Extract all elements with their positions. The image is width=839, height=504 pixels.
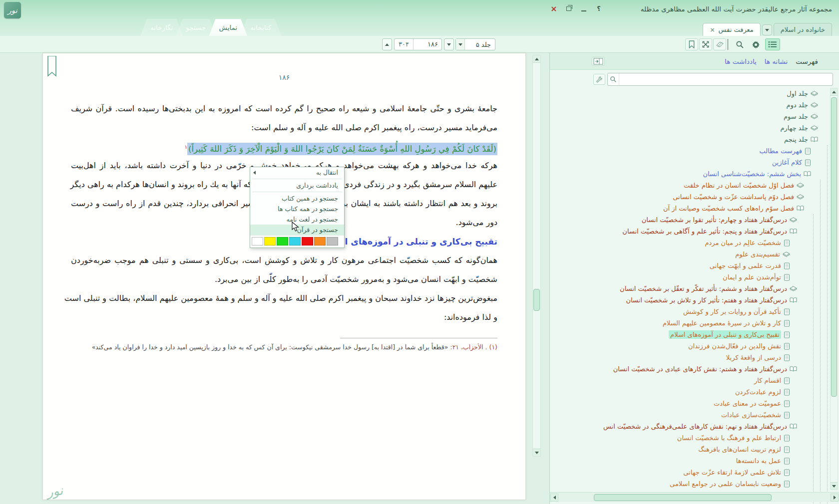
close-button[interactable]: × — [549, 4, 558, 13]
sidebar-tab-notes[interactable]: یادداشت ها — [725, 57, 757, 65]
tree-item[interactable]: درس‌گفتار هفتاد و پنجم: تأثیر علم و آگاه… — [550, 226, 826, 237]
menu-item-search-this-book[interactable]: جستجو در همین کتاب — [250, 193, 344, 204]
tree-item[interactable]: جلد چهارم — [550, 122, 826, 134]
tree-item-label: وضعیت نابسامان علمی در جوامع اسلامی — [670, 480, 781, 488]
tree-item[interactable]: بخش ششم: شخصیّت‌شناسی انسان — [550, 168, 826, 180]
sidebar-scroll-up-button[interactable] — [831, 88, 838, 96]
tree-item[interactable]: فصل سوّم راه‌های کسب شخصیّت وصیانت از آن — [550, 203, 826, 214]
menu-separator — [252, 192, 342, 192]
sidebar-scrollbar-thumb[interactable] — [831, 97, 837, 397]
tree-item[interactable]: کار و تلاش در سیرۀ معصومین علیهم السلام — [550, 317, 826, 329]
sidebar-horizontal-scrollbar-thumb[interactable] — [594, 494, 772, 501]
sidebar-scroll-left-button[interactable] — [550, 494, 558, 502]
minimize-button[interactable] — [579, 4, 588, 13]
menu-item-take-note[interactable]: یادداشت برداری — [250, 180, 344, 191]
search-button[interactable] — [733, 38, 746, 50]
tree-item[interactable]: فصل اوّل شخصیّت انسان در نظام خلقت — [550, 180, 826, 191]
tree-item[interactable]: عمل به دانسته‌ها — [550, 455, 826, 467]
sidebar-tab-toc[interactable]: فهرست — [796, 57, 818, 65]
tab-gallery[interactable]: نگارخانه — [140, 19, 183, 36]
sidebar-scroll-down-button[interactable] — [831, 482, 838, 490]
color-swatch[interactable] — [264, 237, 276, 246]
publisher-signature-mark: نور — [46, 483, 64, 500]
tree-item[interactable]: نقش والدین در فعّال‌شدن فرزندان — [550, 340, 826, 352]
tree-item[interactable]: تقبیح بی‌کاری و تنبلی در آموزه‌های اسلام — [550, 329, 826, 340]
help-button[interactable]: ؟ — [594, 4, 603, 13]
content-scrollbar[interactable] — [532, 55, 541, 457]
tree-item[interactable]: اقسام کار — [550, 375, 826, 386]
tree-item[interactable]: تقسیم‌بندی علوم — [550, 249, 826, 260]
tree-item[interactable]: شخصیّت‌سازی عبادات — [550, 409, 826, 421]
sidebar-scrollbar[interactable] — [830, 88, 838, 490]
tree-item[interactable]: فصل دوّم پاسداشت عزّت و شخصیّت انسانی — [550, 191, 826, 203]
menu-item-move-to[interactable]: انتقال به — [250, 167, 344, 178]
fullscreen-button[interactable] — [699, 38, 712, 50]
tree-item[interactable]: درس‌گفتار هفتاد و چهارم: تأثیر تقوا بر ش… — [550, 214, 826, 226]
tree-item[interactable]: ارتباط علم و فرهنگ با شخصیّت انسان — [550, 432, 826, 444]
sidebar-search-box[interactable] — [607, 73, 833, 86]
collapse-panel-button[interactable] — [592, 57, 605, 66]
tree-item[interactable]: درس‌گفتار هفتاد و نهم: نقش کارهای علمی‌ف… — [550, 421, 826, 432]
tree-item[interactable]: تلاش علمی لازمۀ ارتقاء عزّت جهانی — [550, 467, 826, 478]
tree-item[interactable]: عمومیّت در معنای عبادت — [550, 398, 826, 409]
restore-button[interactable] — [564, 4, 573, 13]
settings-button[interactable] — [749, 38, 762, 50]
tree-item[interactable]: تأکید قرآن و روایات بر کار و کوشش — [550, 306, 826, 317]
page-down-button[interactable] — [444, 38, 454, 50]
content-scrollbar-thumb[interactable] — [533, 289, 540, 311]
search-options-button[interactable] — [593, 74, 605, 85]
page-down-icon — [447, 43, 451, 46]
tree-item[interactable]: وضعیت نابسامان علمی در جوامع اسلامی — [550, 478, 826, 490]
sidebar-scroll-right-button[interactable] — [831, 494, 839, 502]
tree-item[interactable]: درس‌گفتار هفتاد و هشتم: نقش کارهای عبادی… — [550, 363, 826, 375]
volume-dropdown-icon[interactable] — [456, 39, 465, 50]
tree-item[interactable]: جلد اول — [550, 88, 826, 99]
tree-item[interactable]: لزوم عبادت‌کردن — [550, 386, 826, 398]
color-swatch[interactable] — [277, 237, 288, 246]
logo-text: نور — [7, 6, 17, 15]
tree-item[interactable]: توأم‌شدن علم و ایمان — [550, 271, 826, 283]
color-swatch[interactable] — [314, 237, 326, 246]
volume-select[interactable]: جلد ۵ — [455, 38, 495, 50]
menu-item-search-all-books[interactable]: جستجو در همه کتاب ها — [250, 204, 344, 214]
sidebar-search-input[interactable] — [619, 73, 833, 85]
scroll-up-button[interactable] — [533, 55, 540, 63]
tree-item[interactable]: کلام آغازین — [550, 157, 826, 168]
color-swatch[interactable] — [302, 237, 313, 246]
close-tab-icon[interactable]: × — [710, 27, 715, 33]
color-swatch[interactable] — [289, 237, 301, 246]
tree-item[interactable]: شخصیّت عالِم در میان مردم — [550, 237, 826, 249]
page-up-button[interactable] — [382, 38, 392, 50]
tab-list-dropdown-button[interactable] — [762, 24, 772, 35]
doc-tab-family-in-islam[interactable]: خانواده در اسلام — [774, 23, 832, 36]
tree-item[interactable]: درس‌گفتار هفتاد و هفتم: تأثیر کار و تلاش… — [550, 294, 826, 306]
color-swatch[interactable] — [327, 237, 338, 246]
tree-item[interactable]: درس‌گفتار هفتاد و ششم: تأثیر تفکّر و تعق… — [550, 283, 826, 294]
color-swatch[interactable] — [252, 237, 263, 246]
page-icon — [784, 458, 790, 465]
sidebar-horizontal-scrollbar[interactable] — [550, 492, 839, 502]
doc-tab-marefat-nafs[interactable]: معرفت نفس× — [703, 23, 760, 36]
tree-item[interactable]: قدرت علمی و ابهّت جهانی — [550, 260, 826, 271]
sidebar-tab-bookmarks[interactable]: نشانه ها — [765, 57, 788, 65]
closed-book-icon — [797, 194, 804, 200]
tree-item[interactable]: لزوم تربیت انسان‌های بافرهنگ — [550, 444, 826, 455]
tree-item-label: فهرست مطالب — [760, 147, 802, 155]
tree-item[interactable]: فهرست مطالب — [550, 145, 826, 157]
tab-display[interactable]: نمایش — [209, 19, 247, 36]
bookmark-button[interactable] — [685, 38, 698, 50]
eraser-icon — [716, 41, 724, 48]
toc-panel-toggle-button[interactable] — [765, 38, 780, 50]
tree-item[interactable]: جلد سوم — [550, 111, 826, 122]
page-current-input[interactable]: ۱۸۶ — [414, 39, 441, 50]
eraser-button[interactable] — [713, 38, 726, 50]
scroll-down-button[interactable] — [533, 449, 540, 456]
text-line: شخصیّت و ابهّت انسان می‌شود و به‌مرور شخ… — [71, 270, 497, 289]
tree-item[interactable]: جلد پنجم — [550, 134, 826, 145]
page-number-box[interactable]: ۳۰۴ ۱۸۶ — [394, 38, 442, 50]
tree-item-label: جلد دوم — [787, 101, 808, 109]
tree-item[interactable]: جلد دوم — [550, 99, 826, 111]
tab-library[interactable]: کتابخانه — [240, 19, 281, 36]
tree-item[interactable]: درسی از واقعۀ کربلا — [550, 352, 826, 363]
selected-text-highlight[interactable]: (لَقَدْ كانَ لَكُمْ فِي رَسُولِ اللهِ أُ… — [187, 143, 497, 155]
